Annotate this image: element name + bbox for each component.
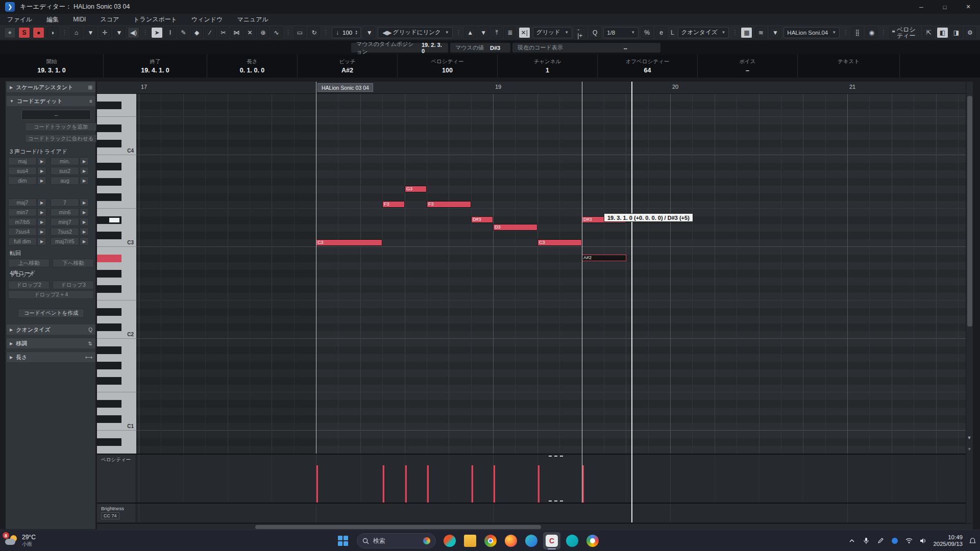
chord-apply-arrow[interactable]: ▶ [37,208,46,216]
search-box[interactable]: 検索 [357,533,436,548]
chord-button-aug[interactable]: aug [51,177,79,185]
taskbar-clock[interactable]: 10:49 2025/09/13 [933,534,963,547]
event-bubble-button[interactable]: ❝ ベロシティー [889,27,920,38]
menu-item-ウィンドウ[interactable]: ウィンドウ [184,14,230,25]
split-tool[interactable]: ✂ [217,27,229,38]
chord-button-full dim[interactable]: full dim [8,237,37,245]
menu-item-編集[interactable]: 編集 [39,14,66,25]
match-chord-track-button[interactable]: コードトラックに合わせる [25,134,96,143]
quantize-icon-button[interactable]: Q [589,27,601,38]
horizontal-scrollbar-thumb[interactable] [255,525,541,529]
piano-key-64[interactable] [97,117,136,124]
add-chord-track-button[interactable]: コードトラックを追加 [25,122,96,131]
zoom-tool[interactable]: ⊕ [257,27,269,38]
info-field-value[interactable]: 64 [644,67,651,74]
nudge-button-2[interactable]: ⤒ [491,27,503,38]
chord-apply-arrow[interactable]: ▶ [80,218,89,226]
info-field-6[interactable]: オフベロシティー64 [598,54,698,78]
velocity-bar[interactable] [427,465,429,503]
info-field-value[interactable]: A#2 [341,67,353,74]
acoustic-feedback-button[interactable]: ◀) [128,27,139,38]
chord-apply-arrow[interactable]: ▶ [80,208,89,216]
chord-apply-arrow[interactable]: ▶ [37,157,46,165]
midi-note-F3[interactable]: F3 [382,201,405,208]
piano-key-46[interactable] [97,255,136,262]
minimize-button[interactable]: ─ [910,0,933,14]
layers-dropdown[interactable]: ▼ [769,27,781,38]
chord-button-min6[interactable]: min6 [51,208,79,216]
pin-editor-button[interactable]: ⌖ [4,27,16,38]
piano-key-61[interactable] [97,140,136,147]
chord-apply-arrow[interactable]: ▶ [80,177,89,185]
piano-key-22[interactable] [97,438,136,446]
nudge-button-1[interactable]: ▼ [478,27,489,38]
piano-key-67[interactable] [97,94,136,102]
transpose-section-header[interactable]: ▶ 移調 ⇅ [7,338,95,348]
piano-key-51[interactable] [97,216,136,224]
maximize-button[interactable]: □ [933,0,957,14]
velocity-scale-handle[interactable] [549,500,563,502]
iterative-quantize-button[interactable]: % [641,27,653,38]
piano-key-52[interactable] [97,209,136,216]
chord-button-7sus4[interactable]: 7sus4 [8,228,37,236]
feedback-button[interactable]: ◗ [47,27,59,38]
snap-toggle[interactable]: ✕| [519,27,530,38]
velocity-bar[interactable] [537,465,540,503]
scroll-down-icon[interactable]: ▼ [966,435,972,440]
piano-key-50[interactable] [97,224,136,232]
controller-cc-label[interactable]: CC 74 [101,512,119,519]
menu-item-スコア[interactable]: スコア [93,14,126,25]
line-tool[interactable]: ∕ [204,27,216,38]
piano-key-28[interactable] [97,392,136,400]
chord-apply-arrow[interactable]: ▶ [80,157,89,165]
playhead[interactable] [631,82,632,522]
menu-item-MIDI[interactable]: MIDI [66,14,93,25]
horizontal-scrollbar[interactable] [97,523,973,530]
mute-tool[interactable]: ✕ [244,27,256,38]
chrome-icon[interactable] [482,532,499,549]
timeline-ruler[interactable]: HALion Sonic 03 04 17192021 [136,82,966,94]
vertical-scrollbar-thumb[interactable] [967,96,972,327]
grid-type-select[interactable]: グリッド▼ [533,27,572,38]
layout-left-button[interactable]: ◧ [937,27,948,38]
tray-chevron-icon[interactable] [847,538,856,544]
drop2-button[interactable]: ドロップ2 [8,281,50,289]
start-button[interactable] [334,532,352,549]
file-explorer-icon[interactable] [461,532,479,549]
bluetooth-app-icon[interactable] [890,538,899,544]
info-field-8[interactable]: テキスト [798,54,900,78]
piano-key-33[interactable] [97,354,136,362]
edit-mode-dropdown[interactable]: ▼ [113,27,125,38]
microphone-icon[interactable] [862,537,871,544]
piano-key-35[interactable] [97,339,136,346]
chord-button-7[interactable]: 7 [51,198,79,207]
object-select-tool[interactable]: ➤ [151,27,163,38]
time-warp-tool[interactable]: ∿ [271,27,282,38]
weather-widget[interactable]: 8 29°C 小雨 [5,532,36,550]
midi-input-button[interactable]: ◉ [866,27,877,38]
chord-apply-arrow[interactable]: ▶ [37,228,46,236]
info-field-7[interactable]: ボイス– [698,54,798,78]
piano-key-31[interactable] [97,369,136,377]
info-field-value[interactable]: 0. 1. 0. 0 [240,67,265,74]
midi-note-D3[interactable]: D3 [493,224,537,231]
info-field-value[interactable]: 100 [442,67,453,74]
piano-key-54[interactable] [97,193,136,201]
chord-button-minj7[interactable]: minj7 [51,218,79,226]
vertical-scrollbar[interactable] [966,82,973,523]
insert-velocity-field[interactable]: ↓ 100 ▲▼ [332,27,361,38]
velocity-bar[interactable] [382,465,384,503]
chord-apply-arrow[interactable]: ▶ [37,177,46,185]
chord-button-7sus2[interactable]: 7sus2 [51,228,79,236]
pen-icon[interactable] [876,538,885,544]
move-down-button[interactable]: 下へ移動 [53,259,94,267]
line-app-icon[interactable] [564,532,581,549]
info-field-1[interactable]: 終了19. 4. 1. 0 [104,54,207,78]
piano-key-66[interactable] [97,102,136,109]
piano-key-25[interactable] [97,415,136,423]
chord-button-min7[interactable]: min7 [8,208,37,216]
piano-key-30[interactable] [97,377,136,385]
piano-key-62[interactable] [97,132,136,140]
midi-note-A#2[interactable]: A#2 [582,255,626,261]
layers-button[interactable]: ≋ [755,27,767,38]
